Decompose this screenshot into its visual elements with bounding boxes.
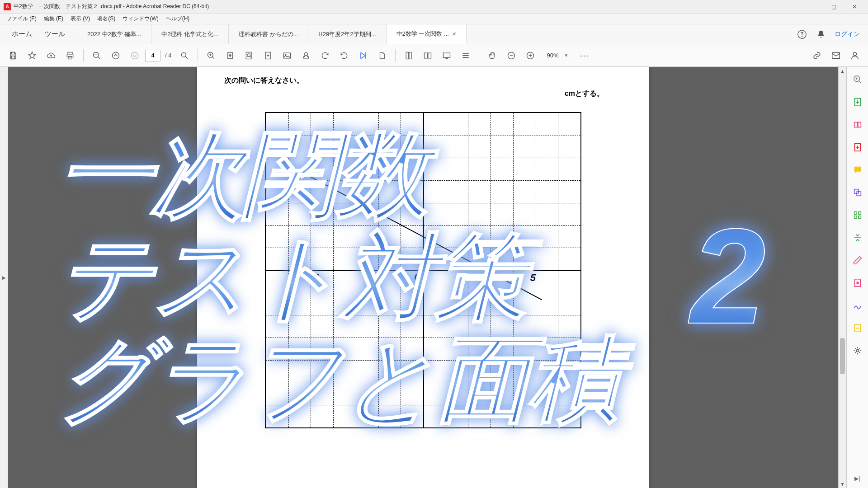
svg-point-10 bbox=[182, 52, 186, 57]
close-button[interactable]: ✕ bbox=[844, 0, 864, 14]
svg-point-27 bbox=[853, 52, 856, 55]
zoom-dropdown[interactable]: 90% ▼ bbox=[543, 51, 571, 60]
overlay-number: 2 bbox=[690, 198, 766, 354]
unit-note: cmとする。 bbox=[224, 89, 622, 99]
svg-rect-21 bbox=[425, 53, 428, 58]
rotate-cw-icon[interactable] bbox=[316, 47, 334, 64]
tab-label: 中2理科 化学式と化... bbox=[161, 30, 218, 38]
svg-rect-2 bbox=[12, 52, 15, 54]
scroll-up-icon[interactable]: ▲ bbox=[839, 67, 846, 75]
redact-icon[interactable] bbox=[851, 254, 864, 267]
text-reflow-icon[interactable] bbox=[457, 47, 474, 64]
hand-tool-icon[interactable] bbox=[484, 47, 501, 64]
doc-tab-3[interactable]: H29年度2年2学期到... bbox=[308, 24, 386, 44]
graph-grid: O -5 5 bbox=[265, 112, 581, 428]
zoom-out-search-icon[interactable] bbox=[88, 47, 105, 64]
svg-rect-3 bbox=[12, 56, 15, 58]
origin-label: O bbox=[414, 271, 422, 283]
doc-tab-4[interactable]: 中2数学 一次関数 ... × bbox=[387, 24, 467, 44]
doc-tab-2[interactable]: 理科教科書 からだの... bbox=[229, 24, 308, 44]
ruler-icon[interactable] bbox=[354, 47, 372, 64]
tab-label: H29年度2年2学期到... bbox=[318, 30, 376, 38]
two-page-icon[interactable] bbox=[419, 47, 436, 64]
image-tool-icon[interactable] bbox=[278, 47, 296, 64]
scroll-mode-icon[interactable] bbox=[400, 47, 417, 64]
page-down-icon[interactable] bbox=[126, 47, 143, 64]
document-page: 次の問いに答えなさい。 cmとする。 O -5 5 bbox=[197, 67, 649, 488]
fill-sign-icon[interactable] bbox=[851, 299, 864, 312]
minimize-button[interactable]: ─ bbox=[803, 0, 824, 14]
edit-pdf-icon[interactable] bbox=[851, 118, 864, 131]
account-icon[interactable] bbox=[846, 47, 863, 64]
request-sign-icon[interactable] bbox=[851, 322, 864, 334]
page-total-label: / 4 bbox=[162, 52, 174, 59]
create-pdf-icon[interactable] bbox=[851, 141, 864, 154]
x-pos5-label: 5 bbox=[530, 272, 536, 284]
stamp-icon[interactable] bbox=[297, 47, 315, 64]
svg-rect-30 bbox=[854, 122, 857, 127]
page-up-icon[interactable] bbox=[107, 47, 124, 64]
zoom-out-icon[interactable] bbox=[503, 47, 520, 64]
cloud-upload-icon[interactable] bbox=[42, 47, 60, 64]
menu-view[interactable]: 表示 (V) bbox=[67, 14, 94, 24]
svg-rect-6 bbox=[68, 56, 72, 59]
organize-icon[interactable] bbox=[851, 209, 864, 221]
maximize-button[interactable]: ▢ bbox=[824, 0, 844, 14]
page-number-input[interactable] bbox=[145, 50, 160, 61]
tab-close-icon[interactable]: × bbox=[453, 30, 456, 38]
document-viewport[interactable]: 次の問いに答えなさい。 cmとする。 O -5 5 一次関数 テスト対策 bbox=[8, 67, 838, 488]
svg-rect-23 bbox=[443, 53, 450, 57]
read-mode-icon[interactable] bbox=[438, 47, 455, 64]
scroll-thumb[interactable] bbox=[840, 338, 845, 374]
tab-bar: ホーム ツール 2022 中2数学 確率... 中2理科 化学式と化... 理科… bbox=[0, 24, 868, 44]
rotate-ccw-icon[interactable] bbox=[335, 47, 353, 64]
more-tools-panel-icon[interactable] bbox=[851, 344, 864, 357]
svg-rect-33 bbox=[854, 189, 858, 193]
svg-rect-36 bbox=[858, 212, 861, 215]
scroll-down-icon[interactable]: ▼ bbox=[839, 480, 846, 488]
doc-tab-0[interactable]: 2022 中2数学 確率... bbox=[77, 24, 151, 44]
magnify-icon[interactable] bbox=[851, 73, 864, 86]
menu-help[interactable]: ヘルプ(H) bbox=[162, 14, 193, 24]
doc-tab-1[interactable]: 中2理科 化学式と化... bbox=[151, 24, 229, 44]
svg-rect-34 bbox=[857, 192, 861, 196]
page-blank-icon[interactable] bbox=[373, 47, 391, 64]
share-link-icon[interactable] bbox=[808, 47, 826, 64]
star-icon[interactable] bbox=[24, 47, 41, 64]
expand-left-panel-icon[interactable]: ▶ bbox=[2, 275, 6, 280]
export-pdf-icon[interactable] bbox=[851, 96, 864, 108]
compress-icon[interactable] bbox=[851, 231, 864, 244]
comment-icon[interactable] bbox=[851, 164, 864, 176]
save-icon[interactable] bbox=[5, 47, 22, 64]
home-tab[interactable]: ホーム bbox=[5, 25, 38, 43]
menu-window[interactable]: ウィンドウ(W) bbox=[119, 14, 162, 24]
fit-page-icon[interactable] bbox=[259, 47, 277, 64]
more-tools-icon[interactable]: ⋯ bbox=[576, 47, 593, 64]
content-area: ▶ 次の問いに答えなさい。 cmとする。 O -5 5 bbox=[0, 67, 868, 488]
bell-icon[interactable] bbox=[816, 29, 826, 40]
vertical-scrollbar[interactable]: ▲ ▼ bbox=[838, 67, 846, 488]
svg-rect-20 bbox=[409, 52, 411, 59]
find-icon[interactable] bbox=[176, 47, 193, 64]
chevron-down-icon: ▼ bbox=[564, 53, 569, 58]
page-display-icon[interactable] bbox=[241, 47, 258, 64]
menu-sign[interactable]: 署名(S) bbox=[94, 14, 119, 24]
protect-icon[interactable] bbox=[851, 277, 864, 289]
combine-icon[interactable] bbox=[851, 186, 864, 199]
svg-rect-31 bbox=[858, 122, 860, 127]
menu-file[interactable]: ファイル (F) bbox=[3, 14, 40, 24]
menu-edit[interactable]: 編集 (E) bbox=[40, 14, 67, 24]
zoom-in-tool-icon[interactable] bbox=[203, 47, 220, 64]
tools-tab[interactable]: ツール bbox=[38, 25, 71, 43]
toolbar: / 4 90% ▼ ⋯ bbox=[0, 44, 868, 67]
email-icon[interactable] bbox=[827, 47, 844, 64]
select-tool-icon[interactable] bbox=[222, 47, 239, 64]
collapse-right-panel-icon[interactable]: ▶| bbox=[854, 475, 860, 482]
login-button[interactable]: ログイン bbox=[835, 30, 860, 38]
menu-bar: ファイル (F) 編集 (E) 表示 (V) 署名(S) ウィンドウ(W) ヘル… bbox=[0, 14, 868, 24]
print-icon[interactable] bbox=[61, 47, 79, 64]
svg-rect-38 bbox=[858, 216, 861, 219]
svg-rect-26 bbox=[832, 52, 840, 58]
zoom-in-icon[interactable] bbox=[522, 47, 539, 64]
help-icon[interactable] bbox=[797, 29, 807, 40]
